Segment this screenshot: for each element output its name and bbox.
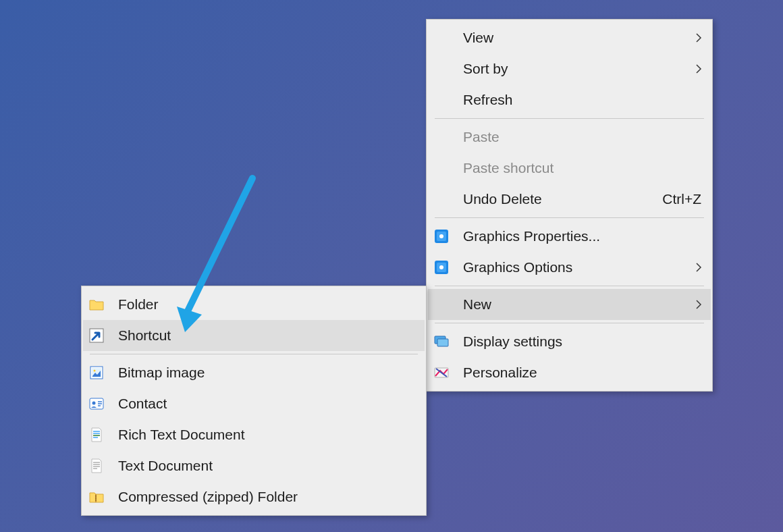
text-document-icon	[88, 458, 118, 474]
menu-label: Graphics Options	[463, 259, 688, 275]
rtf-document-icon	[88, 427, 118, 443]
menu-item-display-settings[interactable]: Display settings	[428, 326, 711, 357]
svg-point-2	[439, 234, 443, 238]
intel-graphics-icon	[433, 228, 463, 244]
chevron-right-icon	[688, 32, 704, 43]
submenu-item-compressed-folder[interactable]: Compressed (zipped) Folder	[83, 481, 425, 512]
menu-item-undo-delete[interactable]: Undo Delete Ctrl+Z	[428, 184, 711, 215]
bitmap-icon	[88, 365, 118, 381]
menu-item-sort-by[interactable]: Sort by	[428, 53, 711, 84]
menu-label: Paste shortcut	[463, 160, 704, 176]
svg-rect-7	[437, 339, 448, 346]
svg-point-14	[92, 402, 96, 405]
menu-label: Sort by	[463, 61, 688, 77]
submenu-label: Contact	[118, 396, 418, 412]
chevron-right-icon	[688, 262, 704, 273]
menu-label: Graphics Properties...	[463, 228, 704, 244]
submenu-label: Bitmap image	[118, 365, 418, 381]
svg-point-12	[94, 370, 96, 372]
menu-separator	[435, 118, 704, 119]
menu-item-new[interactable]: New	[428, 289, 711, 320]
menu-label: Personalize	[463, 365, 704, 381]
menu-label: Display settings	[463, 334, 704, 350]
submenu-item-contact[interactable]: Contact	[83, 388, 425, 419]
menu-item-view[interactable]: View	[428, 22, 711, 53]
chevron-right-icon	[688, 63, 704, 74]
shortcut-icon	[88, 327, 118, 344]
intel-graphics-icon	[433, 259, 463, 275]
menu-item-personalize[interactable]: Personalize	[428, 357, 711, 388]
submenu-label: Rich Text Document	[118, 427, 418, 443]
display-settings-icon	[433, 334, 463, 350]
zip-folder-icon	[88, 489, 118, 505]
submenu-item-bitmap[interactable]: Bitmap image	[83, 357, 425, 388]
submenu-label: Text Document	[118, 458, 418, 474]
svg-point-5	[439, 265, 443, 269]
menu-label: View	[463, 30, 688, 46]
svg-rect-29	[95, 500, 97, 501]
desktop-context-menu: View Sort by Refresh Paste Paste shortcu…	[426, 19, 713, 392]
contact-icon	[88, 396, 118, 412]
menu-item-paste: Paste	[428, 122, 711, 153]
menu-shortcut: Ctrl+Z	[662, 191, 704, 207]
submenu-item-shortcut[interactable]: Shortcut	[83, 320, 425, 351]
menu-label: New	[463, 296, 688, 313]
svg-rect-28	[95, 498, 97, 499]
menu-item-paste-shortcut: Paste shortcut	[428, 153, 711, 184]
chevron-right-icon	[688, 299, 704, 310]
menu-label: Undo Delete	[463, 191, 662, 207]
folder-icon	[88, 296, 118, 313]
submenu-item-folder[interactable]: Folder	[83, 289, 425, 320]
submenu-label: Shortcut	[118, 327, 418, 344]
menu-separator	[435, 323, 704, 323]
submenu-label: Folder	[118, 296, 418, 313]
new-submenu: Folder Shortcut Bitmap image	[81, 286, 427, 516]
menu-separator	[435, 286, 704, 286]
svg-rect-27	[95, 496, 97, 497]
menu-label: Paste	[463, 129, 704, 145]
menu-separator	[435, 217, 704, 218]
menu-item-refresh[interactable]: Refresh	[428, 84, 711, 115]
submenu-item-rtf[interactable]: Rich Text Document	[83, 419, 425, 450]
submenu-label: Compressed (zipped) Folder	[118, 489, 418, 505]
submenu-item-text-document[interactable]: Text Document	[83, 450, 425, 481]
menu-separator	[90, 354, 418, 354]
menu-item-graphics-options[interactable]: Graphics Options	[428, 252, 711, 283]
personalize-icon	[433, 365, 463, 381]
menu-label: Refresh	[463, 92, 704, 108]
menu-item-graphics-properties[interactable]: Graphics Properties...	[428, 221, 711, 252]
